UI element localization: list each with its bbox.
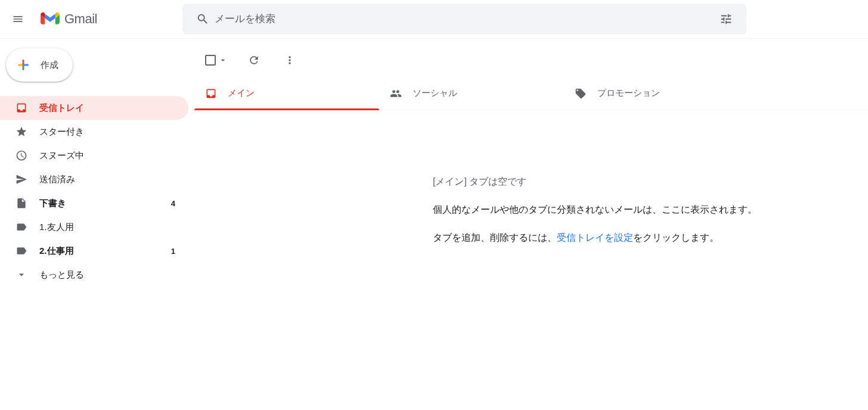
sidebar-label: 受信トレイ [39,102,175,114]
refresh-icon [248,54,260,66]
empty-title: [メイン] タブは空です [433,176,868,188]
sidebar-label: 2.仕事用 [39,246,171,257]
configure-inbox-link[interactable]: 受信トレイを設定 [557,232,633,243]
empty-state: [メイン] タブは空です 個人的なメールや他のタブに分類されないメールは、ここに… [194,110,868,244]
search-options-button[interactable] [714,7,738,31]
main-pane: メイン ソーシャル プロモーション [メイン] タブは空です 個人的なメールや他… [194,39,868,287]
send-icon [16,173,27,185]
sidebar-item-inbox[interactable]: 受信トレイ [0,96,188,120]
gmail-m-icon [41,12,60,26]
sidebar-item-snoozed[interactable]: スヌーズ中 [0,144,188,167]
header: Gmail [0,0,868,38]
inbox-icon [16,102,27,114]
sidebar-item-drafts[interactable]: 下書き 4 [0,191,188,215]
tab-label: ソーシャル [413,88,457,99]
sidebar: 作成 受信トレイ スター付き スヌーズ中 送信済み 下書き [0,39,194,287]
sidebar-label: 1.友人用 [39,222,181,233]
clock-icon [16,150,27,161]
tab-label: プロモーション [597,88,660,99]
file-icon [16,197,27,209]
plus-icon [16,57,31,73]
sidebar-count: 4 [171,199,181,208]
more-vert-icon [284,54,296,66]
sidebar-label: もっと見る [39,269,181,281]
sidebar-label: 送信済み [39,174,181,185]
search-icon [191,7,215,31]
sidebar-label: スヌーズ中 [39,150,181,161]
sidebar-item-starred[interactable]: スター付き [0,120,188,144]
gmail-logo[interactable]: Gmail [41,11,182,27]
more-button[interactable] [278,48,302,72]
search-input[interactable] [215,13,714,25]
tab-primary[interactable]: メイン [194,77,379,110]
sidebar-item-label-1[interactable]: 1.友人用 [0,215,188,239]
sidebar-item-sent[interactable]: 送信済み [0,167,188,191]
sidebar-nav: 受信トレイ スター付き スヌーズ中 送信済み 下書き 4 [0,91,194,287]
empty-desc: 個人的なメールや他のタブに分類されないメールは、ここに表示されます。 [433,204,868,216]
label-icon [16,221,27,233]
empty-line2: タブを追加、削除するには、受信トレイを設定をクリックします。 [433,232,868,244]
label-icon [16,245,27,257]
sidebar-label: 下書き [39,198,171,209]
tab-promotions[interactable]: プロモーション [564,77,749,110]
dropdown-arrow-icon [218,55,228,65]
search-box[interactable] [182,4,746,35]
toolbar [194,46,868,74]
star-icon [16,126,27,138]
tab-social[interactable]: ソーシャル [379,77,564,110]
sidebar-item-more[interactable]: もっと見る [0,263,188,287]
tag-icon [575,88,587,100]
inbox-icon [205,88,217,100]
refresh-button[interactable] [242,48,266,72]
compose-label: 作成 [41,60,58,71]
empty-post: をクリックします。 [633,232,719,243]
tune-icon [720,13,733,26]
main-menu-button[interactable] [10,5,38,33]
sidebar-count: 1 [171,247,181,256]
app-name: Gmail [64,11,97,27]
checkbox-icon [205,55,216,66]
tab-label: メイン [228,88,255,99]
category-tabs: メイン ソーシャル プロモーション [194,77,868,110]
chevron-down-icon [16,269,27,281]
select-all-checkbox[interactable] [203,52,230,68]
empty-pre: タブを追加、削除するには、 [433,232,557,243]
people-icon [390,88,402,100]
compose-button[interactable]: 作成 [6,48,73,82]
sidebar-item-label-2[interactable]: 2.仕事用 1 [0,239,188,263]
hamburger-icon [12,13,24,25]
sidebar-label: スター付き [39,126,181,138]
